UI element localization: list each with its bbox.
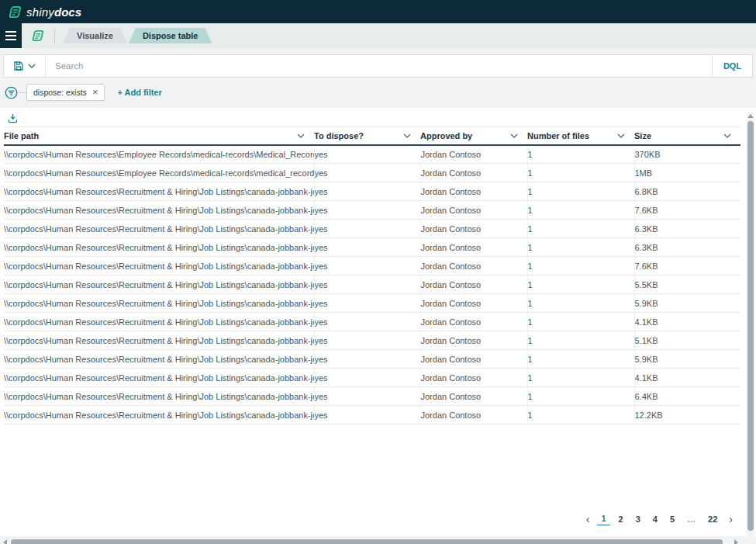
pagination-page-5[interactable]: 5 [666,513,678,525]
menu-button[interactable] [0,23,22,48]
vertical-scrollbar[interactable] [747,113,754,544]
cell-file-path: \\corpdocs\Human Resources\Recruitment &… [4,350,314,369]
cell-size: 5.9KB [634,350,740,369]
cell-file-path: \\corpdocs\Human Resources\Recruitment &… [4,369,314,387]
cell-approved-by: Jordan Contoso [420,182,527,201]
cell-to-dispose: yes [314,369,420,387]
cell-to-dispose: yes [314,201,420,220]
table-row[interactable]: \\corpdocs\Human Resources\Recruitment &… [4,387,740,406]
cell-to-dispose: yes [314,220,420,238]
cell-file-path: \\corpdocs\Human Resources\Recruitment &… [4,313,314,331]
sort-chevron-icon[interactable] [403,133,411,138]
cell-file-path: \\corpdocs\Human Resources\Recruitment &… [4,238,314,257]
table-row[interactable]: \\corpdocs\Human Resources\Recruitment &… [4,369,740,387]
cell-size: 5.5KB [634,275,740,294]
cell-approved-by: Jordan Contoso [420,257,527,275]
table-row[interactable]: \\corpdocs\Human Resources\Recruitment &… [4,238,740,257]
save-icon [13,61,24,71]
filter-chip-dispose-exists[interactable]: dispose: exists ✕ [26,84,105,101]
pagination-page-22[interactable]: 22 [704,513,721,525]
tab-divider [54,29,55,43]
add-filter-button[interactable]: + Add filter [117,88,161,97]
cell-number-of-files: 1 [527,369,634,387]
cell-file-path: \\corpdocs\Human Resources\Recruitment &… [4,257,314,275]
pagination-page-1[interactable]: 1 [597,512,609,525]
column-header-size[interactable]: Size [634,127,740,145]
column-header-approved-by[interactable]: Approved by [420,127,527,145]
table-row[interactable]: \\corpdocs\Human Resources\Recruitment &… [4,275,740,294]
shinydocs-logo: shinydocs [8,5,81,19]
cell-to-dispose: yes [314,387,420,406]
cell-approved-by: Jordan Contoso [420,387,527,406]
table-header-row: File path To dispose? Approved by Number… [4,127,740,145]
cell-number-of-files: 1 [527,164,634,182]
table-row[interactable]: \\corpdocs\Human Resources\Recruitment &… [4,257,740,275]
sort-chevron-icon[interactable] [617,133,625,138]
pagination-pages: 12345…22 [597,512,721,525]
tab-dispose-table[interactable]: Dispose table [129,28,212,43]
column-header-number-of-files[interactable]: Number of files [527,127,634,145]
pagination-next-icon[interactable]: › [726,513,736,525]
scroll-right-icon[interactable] [734,539,738,544]
cell-size: 5.9KB [634,294,740,313]
cell-to-dispose: yes [314,331,420,350]
cell-file-path: \\corpdocs\Human Resources\Recruitment &… [4,294,314,313]
cell-approved-by: Jordan Contoso [420,238,527,257]
cell-approved-by: Jordan Contoso [420,406,527,424]
filter-row: dispose: exists ✕ + Add filter [3,83,753,102]
table-row[interactable]: \\corpdocs\Human Resources\Recruitment &… [4,350,740,369]
cell-approved-by: Jordan Contoso [420,294,527,313]
table-row[interactable]: \\corpdocs\Human Resources\Recruitment &… [4,294,740,313]
cell-file-path: \\corpdocs\Human Resources\Employee Reco… [4,164,314,182]
cell-to-dispose: yes [314,313,420,331]
table-row[interactable]: \\corpdocs\Human Resources\Recruitment &… [4,313,740,331]
cell-number-of-files: 1 [527,257,634,275]
cell-size: 12.2KB [634,406,740,424]
shinydocs-logo-icon [8,5,22,19]
pagination-page-3[interactable]: 3 [632,513,644,525]
horizontal-scrollbar[interactable] [2,539,734,544]
sort-chevron-icon[interactable] [723,133,731,138]
filter-chip-label: dispose: exists [33,88,87,97]
cell-to-dispose: yes [314,406,420,424]
sort-chevron-icon[interactable] [510,133,518,138]
scroll-left-icon[interactable] [3,539,7,544]
cell-number-of-files: 1 [527,294,634,313]
cell-size: 4.1KB [634,369,740,387]
column-header-to-dispose[interactable]: To dispose? [314,127,420,145]
table-row[interactable]: \\corpdocs\Human Resources\Recruitment &… [4,201,740,220]
remove-filter-icon[interactable]: ✕ [92,88,98,96]
cell-number-of-files: 1 [527,350,634,369]
dql-button[interactable]: DQL [712,55,752,77]
pagination-page-4[interactable]: 4 [649,513,661,525]
table-row[interactable]: \\corpdocs\Human Resources\Recruitment &… [4,331,740,350]
cell-to-dispose: yes [314,238,420,257]
tab-visualize[interactable]: Visualize [63,28,127,43]
cell-size: 1MB [634,164,740,182]
download-export-icon[interactable] [8,113,18,123]
topbar: shinydocs [0,0,756,23]
pagination-prev-icon[interactable]: ‹ [583,513,593,525]
cell-size: 6.8KB [634,182,740,201]
scroll-up-icon[interactable] [747,114,754,118]
table-row[interactable]: \\corpdocs\Human Resources\Recruitment &… [4,182,740,201]
search-input[interactable] [46,55,712,77]
sort-chevron-icon[interactable] [297,133,305,138]
cell-to-dispose: yes [314,350,420,369]
vertical-scrollbar-thumb[interactable] [747,121,754,531]
filter-icon[interactable] [5,86,18,99]
table-row[interactable]: \\corpdocs\Human Resources\Recruitment &… [4,220,740,238]
saved-search-button[interactable] [4,55,46,77]
horizontal-scrollbar-thumb[interactable] [11,539,723,544]
cell-approved-by: Jordan Contoso [420,164,527,182]
table-row[interactable]: \\corpdocs\Human Resources\Recruitment &… [4,406,740,424]
cell-approved-by: Jordan Contoso [420,201,527,220]
column-header-file-path[interactable]: File path [4,127,314,145]
dispose-table: File path To dispose? Approved by Number… [4,126,740,424]
table-row[interactable]: \\corpdocs\Human Resources\Employee Reco… [4,145,740,164]
cell-file-path: \\corpdocs\Human Resources\Recruitment &… [4,331,314,350]
pagination-page-2[interactable]: 2 [615,513,627,525]
pagination-ellipsis: … [683,513,699,525]
table-row[interactable]: \\corpdocs\Human Resources\Employee Reco… [4,164,740,182]
cell-size: 4.1KB [634,313,740,331]
